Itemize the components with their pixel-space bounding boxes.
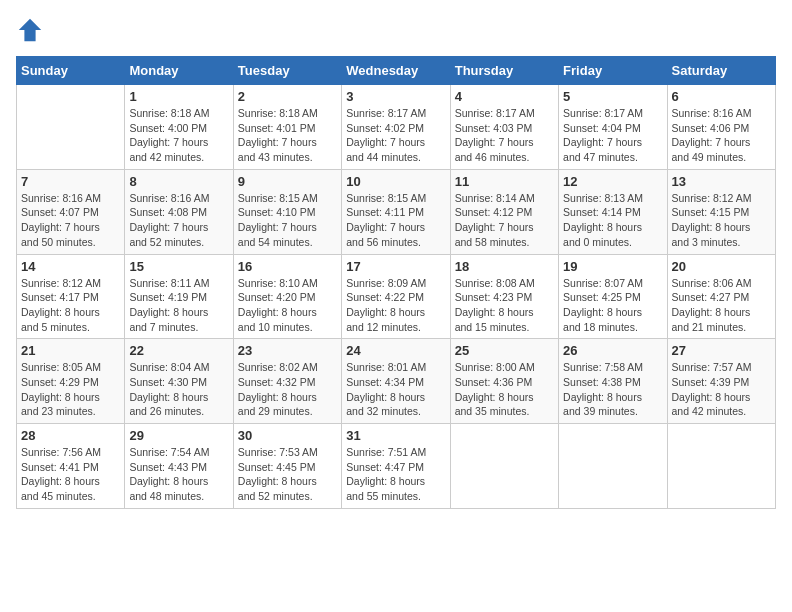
calendar-cell: 3Sunrise: 8:17 AM Sunset: 4:02 PM Daylig… [342, 85, 450, 170]
day-info: Sunrise: 7:58 AM Sunset: 4:38 PM Dayligh… [563, 360, 662, 419]
day-info: Sunrise: 8:17 AM Sunset: 4:02 PM Dayligh… [346, 106, 445, 165]
calendar-cell: 23Sunrise: 8:02 AM Sunset: 4:32 PM Dayli… [233, 339, 341, 424]
calendar-cell [17, 85, 125, 170]
day-number: 2 [238, 89, 337, 104]
calendar-cell: 10Sunrise: 8:15 AM Sunset: 4:11 PM Dayli… [342, 169, 450, 254]
day-number: 11 [455, 174, 554, 189]
calendar-week-row: 14Sunrise: 8:12 AM Sunset: 4:17 PM Dayli… [17, 254, 776, 339]
calendar-cell: 27Sunrise: 7:57 AM Sunset: 4:39 PM Dayli… [667, 339, 775, 424]
logo-icon [16, 16, 44, 44]
calendar-week-row: 7Sunrise: 8:16 AM Sunset: 4:07 PM Daylig… [17, 169, 776, 254]
day-info: Sunrise: 8:18 AM Sunset: 4:01 PM Dayligh… [238, 106, 337, 165]
calendar-cell: 8Sunrise: 8:16 AM Sunset: 4:08 PM Daylig… [125, 169, 233, 254]
calendar-cell [667, 424, 775, 509]
day-number: 17 [346, 259, 445, 274]
day-info: Sunrise: 8:01 AM Sunset: 4:34 PM Dayligh… [346, 360, 445, 419]
calendar-header-row: SundayMondayTuesdayWednesdayThursdayFrid… [17, 57, 776, 85]
calendar-cell: 4Sunrise: 8:17 AM Sunset: 4:03 PM Daylig… [450, 85, 558, 170]
calendar-cell: 13Sunrise: 8:12 AM Sunset: 4:15 PM Dayli… [667, 169, 775, 254]
calendar-cell: 6Sunrise: 8:16 AM Sunset: 4:06 PM Daylig… [667, 85, 775, 170]
day-info: Sunrise: 8:14 AM Sunset: 4:12 PM Dayligh… [455, 191, 554, 250]
day-info: Sunrise: 7:51 AM Sunset: 4:47 PM Dayligh… [346, 445, 445, 504]
day-number: 7 [21, 174, 120, 189]
day-info: Sunrise: 8:07 AM Sunset: 4:25 PM Dayligh… [563, 276, 662, 335]
calendar-cell: 2Sunrise: 8:18 AM Sunset: 4:01 PM Daylig… [233, 85, 341, 170]
weekday-header: Thursday [450, 57, 558, 85]
page-header [16, 16, 776, 44]
day-number: 4 [455, 89, 554, 104]
day-info: Sunrise: 8:18 AM Sunset: 4:00 PM Dayligh… [129, 106, 228, 165]
weekday-header: Tuesday [233, 57, 341, 85]
calendar-cell: 19Sunrise: 8:07 AM Sunset: 4:25 PM Dayli… [559, 254, 667, 339]
calendar-cell: 26Sunrise: 7:58 AM Sunset: 4:38 PM Dayli… [559, 339, 667, 424]
day-info: Sunrise: 8:16 AM Sunset: 4:06 PM Dayligh… [672, 106, 771, 165]
day-number: 24 [346, 343, 445, 358]
day-number: 14 [21, 259, 120, 274]
weekday-header: Sunday [17, 57, 125, 85]
calendar-cell: 30Sunrise: 7:53 AM Sunset: 4:45 PM Dayli… [233, 424, 341, 509]
calendar-cell [450, 424, 558, 509]
calendar-cell: 24Sunrise: 8:01 AM Sunset: 4:34 PM Dayli… [342, 339, 450, 424]
calendar-cell: 12Sunrise: 8:13 AM Sunset: 4:14 PM Dayli… [559, 169, 667, 254]
day-info: Sunrise: 8:17 AM Sunset: 4:03 PM Dayligh… [455, 106, 554, 165]
day-number: 23 [238, 343, 337, 358]
day-info: Sunrise: 7:57 AM Sunset: 4:39 PM Dayligh… [672, 360, 771, 419]
day-info: Sunrise: 8:06 AM Sunset: 4:27 PM Dayligh… [672, 276, 771, 335]
day-info: Sunrise: 8:05 AM Sunset: 4:29 PM Dayligh… [21, 360, 120, 419]
day-number: 6 [672, 89, 771, 104]
day-number: 3 [346, 89, 445, 104]
calendar-cell: 17Sunrise: 8:09 AM Sunset: 4:22 PM Dayli… [342, 254, 450, 339]
day-number: 20 [672, 259, 771, 274]
day-number: 5 [563, 89, 662, 104]
logo [16, 16, 48, 44]
day-info: Sunrise: 8:15 AM Sunset: 4:11 PM Dayligh… [346, 191, 445, 250]
day-info: Sunrise: 8:13 AM Sunset: 4:14 PM Dayligh… [563, 191, 662, 250]
calendar-cell: 22Sunrise: 8:04 AM Sunset: 4:30 PM Dayli… [125, 339, 233, 424]
calendar-cell: 16Sunrise: 8:10 AM Sunset: 4:20 PM Dayli… [233, 254, 341, 339]
calendar-week-row: 21Sunrise: 8:05 AM Sunset: 4:29 PM Dayli… [17, 339, 776, 424]
day-number: 1 [129, 89, 228, 104]
weekday-header: Friday [559, 57, 667, 85]
calendar-cell [559, 424, 667, 509]
day-info: Sunrise: 8:09 AM Sunset: 4:22 PM Dayligh… [346, 276, 445, 335]
day-info: Sunrise: 8:11 AM Sunset: 4:19 PM Dayligh… [129, 276, 228, 335]
calendar-cell: 28Sunrise: 7:56 AM Sunset: 4:41 PM Dayli… [17, 424, 125, 509]
calendar-cell: 14Sunrise: 8:12 AM Sunset: 4:17 PM Dayli… [17, 254, 125, 339]
day-number: 9 [238, 174, 337, 189]
day-number: 21 [21, 343, 120, 358]
day-number: 29 [129, 428, 228, 443]
day-info: Sunrise: 8:16 AM Sunset: 4:08 PM Dayligh… [129, 191, 228, 250]
calendar-cell: 5Sunrise: 8:17 AM Sunset: 4:04 PM Daylig… [559, 85, 667, 170]
day-number: 28 [21, 428, 120, 443]
calendar-cell: 15Sunrise: 8:11 AM Sunset: 4:19 PM Dayli… [125, 254, 233, 339]
day-info: Sunrise: 8:12 AM Sunset: 4:17 PM Dayligh… [21, 276, 120, 335]
day-info: Sunrise: 8:00 AM Sunset: 4:36 PM Dayligh… [455, 360, 554, 419]
day-info: Sunrise: 8:04 AM Sunset: 4:30 PM Dayligh… [129, 360, 228, 419]
day-info: Sunrise: 8:15 AM Sunset: 4:10 PM Dayligh… [238, 191, 337, 250]
day-info: Sunrise: 8:16 AM Sunset: 4:07 PM Dayligh… [21, 191, 120, 250]
calendar-table: SundayMondayTuesdayWednesdayThursdayFrid… [16, 56, 776, 509]
day-number: 18 [455, 259, 554, 274]
calendar-cell: 31Sunrise: 7:51 AM Sunset: 4:47 PM Dayli… [342, 424, 450, 509]
calendar-cell: 20Sunrise: 8:06 AM Sunset: 4:27 PM Dayli… [667, 254, 775, 339]
day-number: 26 [563, 343, 662, 358]
calendar-week-row: 1Sunrise: 8:18 AM Sunset: 4:00 PM Daylig… [17, 85, 776, 170]
calendar-week-row: 28Sunrise: 7:56 AM Sunset: 4:41 PM Dayli… [17, 424, 776, 509]
day-info: Sunrise: 8:12 AM Sunset: 4:15 PM Dayligh… [672, 191, 771, 250]
day-number: 30 [238, 428, 337, 443]
calendar-cell: 1Sunrise: 8:18 AM Sunset: 4:00 PM Daylig… [125, 85, 233, 170]
day-number: 10 [346, 174, 445, 189]
weekday-header: Wednesday [342, 57, 450, 85]
day-number: 31 [346, 428, 445, 443]
weekday-header: Saturday [667, 57, 775, 85]
day-number: 8 [129, 174, 228, 189]
day-info: Sunrise: 7:54 AM Sunset: 4:43 PM Dayligh… [129, 445, 228, 504]
day-info: Sunrise: 7:56 AM Sunset: 4:41 PM Dayligh… [21, 445, 120, 504]
day-number: 22 [129, 343, 228, 358]
calendar-cell: 21Sunrise: 8:05 AM Sunset: 4:29 PM Dayli… [17, 339, 125, 424]
day-number: 19 [563, 259, 662, 274]
calendar-cell: 29Sunrise: 7:54 AM Sunset: 4:43 PM Dayli… [125, 424, 233, 509]
day-number: 15 [129, 259, 228, 274]
calendar-cell: 7Sunrise: 8:16 AM Sunset: 4:07 PM Daylig… [17, 169, 125, 254]
weekday-header: Monday [125, 57, 233, 85]
